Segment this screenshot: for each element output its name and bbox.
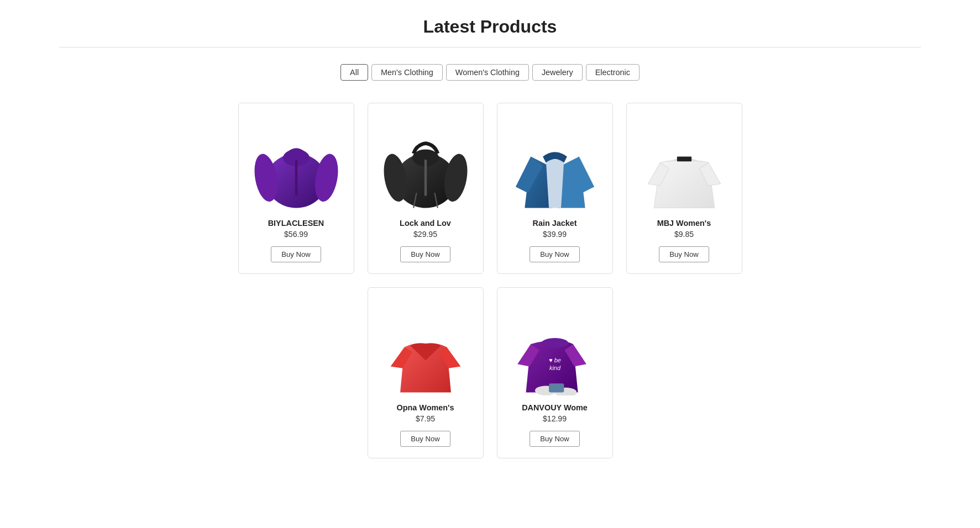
- buy-now-btn-p2[interactable]: Buy Now: [400, 246, 450, 262]
- svg-rect-18: [549, 383, 564, 392]
- product-image-p1: [249, 114, 343, 211]
- product-name-p4: MBJ Women's: [657, 219, 711, 228]
- product-price-p3: $39.99: [543, 230, 567, 239]
- product-price-p6: $12.99: [543, 414, 567, 423]
- filter-btn-jewelery[interactable]: Jewelery: [532, 64, 583, 81]
- product-price-p4: $9.85: [674, 230, 694, 239]
- product-card-p4: MBJ Women's $9.85 Buy Now: [626, 103, 742, 274]
- buy-now-btn-p1[interactable]: Buy Now: [271, 246, 321, 262]
- filter-btn-womens[interactable]: Women's Clothing: [446, 64, 529, 81]
- product-image-p2: [379, 114, 473, 211]
- product-name-p2: Lock and Lov: [400, 219, 451, 228]
- product-image-p5: [379, 299, 473, 395]
- product-price-p5: $7.95: [416, 414, 435, 423]
- product-name-p3: Rain Jacket: [533, 219, 577, 228]
- product-card-p2: Lock and Lov $29.95 Buy Now: [368, 103, 484, 274]
- svg-text:♥ be: ♥ be: [549, 357, 561, 363]
- buy-now-btn-p5[interactable]: Buy Now: [400, 431, 450, 447]
- product-price-p1: $56.99: [284, 230, 308, 239]
- svg-text:kind: kind: [549, 365, 560, 371]
- product-card-p5: Opna Women's $7.95 Buy Now: [368, 287, 484, 458]
- product-image-p3: [508, 114, 602, 211]
- filter-btn-mens[interactable]: Men's Clothing: [371, 64, 443, 81]
- product-card-p3: Rain Jacket $39.99 Buy Now: [497, 103, 613, 274]
- products-grid: BIYLACLESEN $56.99 Buy Now: [11, 103, 969, 458]
- product-card-p6: ♥ be kind DANVOUY Wome $12.99 Buy Now: [497, 287, 613, 458]
- products-row-1: BIYLACLESEN $56.99 Buy Now: [238, 103, 742, 274]
- title-divider: [59, 47, 921, 47]
- svg-rect-9: [424, 160, 426, 196]
- product-image-p6: ♥ be kind: [508, 299, 602, 395]
- buy-now-btn-p3[interactable]: Buy Now: [530, 246, 579, 262]
- page-title: Latest Products: [11, 17, 969, 37]
- product-name-p1: BIYLACLESEN: [268, 219, 324, 228]
- product-card-p1: BIYLACLESEN $56.99 Buy Now: [238, 103, 354, 274]
- page-container: Latest Products All Men's Clothing Women…: [0, 0, 980, 528]
- svg-rect-12: [677, 157, 691, 162]
- svg-rect-4: [295, 160, 297, 196]
- filter-btn-all[interactable]: All: [340, 64, 368, 81]
- buy-now-btn-p6[interactable]: Buy Now: [530, 431, 579, 447]
- svg-point-13: [541, 338, 568, 348]
- product-name-p5: Opna Women's: [397, 403, 454, 412]
- filter-btn-electronic[interactable]: Electronic: [586, 64, 640, 81]
- products-row-2: Opna Women's $7.95 Buy Now: [368, 287, 613, 458]
- buy-now-btn-p4[interactable]: Buy Now: [659, 246, 709, 262]
- product-image-p4: [637, 114, 731, 211]
- filter-bar: All Men's Clothing Women's Clothing Jewe…: [11, 64, 969, 81]
- product-name-p6: DANVOUY Wome: [522, 403, 588, 412]
- product-price-p2: $29.95: [413, 230, 437, 239]
